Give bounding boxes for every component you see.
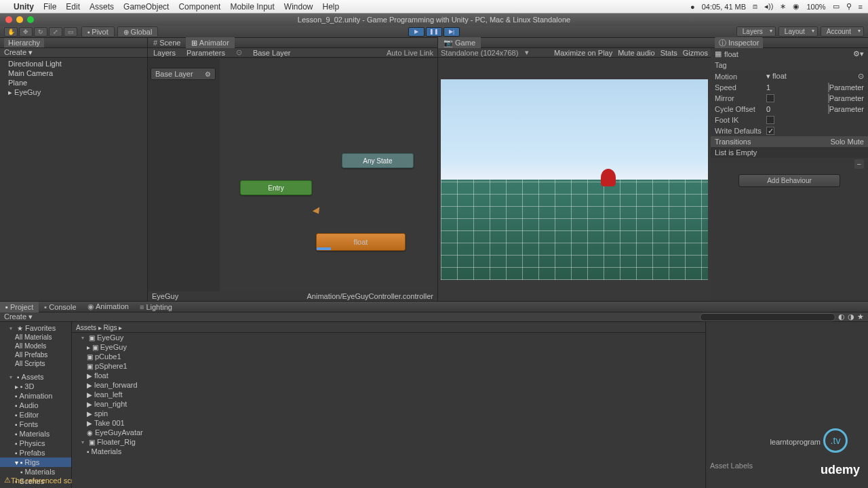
asset-item[interactable]: ▶ lean_forward (72, 380, 705, 390)
asset-item[interactable]: ▶ float (72, 371, 705, 380)
layers-dropdown[interactable]: Layers (736, 26, 776, 37)
global-toggle[interactable]: ⊕ Global (117, 26, 159, 37)
fav-item[interactable]: All Prefabs (0, 350, 71, 359)
menubar-volume-icon[interactable]: ◂)) (764, 2, 773, 11)
fav-item[interactable]: All Models (0, 342, 71, 350)
any-state-node[interactable]: Any State (342, 153, 414, 168)
filter-icon[interactable]: ◐ (838, 312, 845, 321)
scene-tab[interactable]: # Scene (148, 37, 186, 48)
lighting-tab[interactable]: ≡ Lighting (134, 302, 178, 312)
menubar-dropbox-icon[interactable]: ⧈ (753, 2, 757, 11)
stats-toggle[interactable]: Stats (660, 49, 677, 57)
menu-mobileinput[interactable]: Mobile Input (230, 2, 274, 12)
assets-folder[interactable]: ▾▪ Assets (0, 372, 71, 382)
folder-item[interactable]: ▪ Audio (0, 401, 71, 410)
gear-icon[interactable]: ⚙▾ (853, 49, 864, 58)
parameters-subtab[interactable]: Parameters (181, 48, 231, 58)
gear-icon[interactable]: ⚙ (205, 70, 211, 78)
folder-item[interactable]: ▪ Materials (0, 429, 71, 439)
asset-item[interactable]: ▶ lean_right (72, 399, 705, 409)
game-tab[interactable]: 📷 Game (438, 37, 481, 49)
menubar-wifi-icon[interactable]: ◉ (793, 2, 800, 11)
folder-item[interactable]: ▪ Materials (0, 467, 71, 476)
layout-dropdown[interactable]: Layout (778, 26, 818, 37)
folder-item[interactable]: ▪ Fonts (0, 420, 71, 429)
menu-app[interactable]: Unity (14, 2, 34, 12)
account-dropdown[interactable]: Account (821, 26, 864, 37)
filter-icon[interactable]: ◑ (848, 312, 854, 321)
fav-item[interactable]: All Scripts (0, 359, 71, 368)
hierarchy-create[interactable]: Create ▾ (4, 48, 33, 57)
base-layer-crumb[interactable]: Base Layer (248, 48, 296, 58)
asset-item[interactable]: ▶ Take 001 (72, 418, 705, 428)
asset-item[interactable]: ▸ ▣ EyeGuy (72, 342, 705, 352)
step-button[interactable]: ▶| (443, 27, 460, 37)
hierarchy-item[interactable]: Plane (0, 78, 147, 87)
console-tab[interactable]: ▪ Console (39, 302, 81, 312)
display-dropdown[interactable]: Standalone (1024x768) (441, 49, 518, 57)
cycle-field[interactable]: 0 (766, 105, 828, 113)
maximize-on-play[interactable]: Maximize on Play (554, 49, 612, 57)
folder-item[interactable]: ▪ Animation (0, 391, 71, 401)
float-state-node[interactable]: float (316, 233, 406, 251)
project-create[interactable]: Create ▾ (4, 312, 33, 321)
asset-item[interactable]: ▾▣ Floater_Rig (72, 437, 705, 447)
folder-item[interactable]: ▪ Physics (0, 439, 71, 448)
animation-tab[interactable]: ◉ Animation (82, 301, 134, 312)
save-icon[interactable]: ★ (857, 312, 864, 321)
play-button[interactable]: ▶ (408, 27, 425, 37)
menu-component[interactable]: Component (178, 2, 220, 12)
asset-item[interactable]: ▾▣ EyeGuy (72, 333, 705, 342)
project-tab[interactable]: ▪ Project (0, 302, 39, 312)
menubar-menu-icon[interactable]: ≡ (859, 3, 863, 11)
move-tool-button[interactable]: ✥ (19, 27, 33, 37)
breadcrumb[interactable]: Assets ▸ Rigs ▸ (72, 323, 705, 333)
footik-checkbox[interactable] (766, 116, 774, 124)
asset-item[interactable]: ◉ EyeGuyAvatar (72, 428, 705, 437)
inspector-tab[interactable]: ⓘ Inspector (715, 37, 763, 49)
folder-item[interactable]: ▪ Editor (0, 410, 71, 420)
asset-item[interactable]: ▣ pCube1 (72, 352, 705, 361)
pause-button[interactable]: ❚❚ (426, 27, 442, 37)
transition-arrow[interactable] (313, 207, 322, 216)
hierarchy-item[interactable]: ▸ EyeGuy (0, 87, 147, 98)
asset-item[interactable]: ▪ Materials (72, 447, 705, 456)
pivot-toggle[interactable]: ▪ Pivot (81, 26, 115, 37)
asset-item[interactable]: ▣ pSphere1 (72, 361, 705, 371)
speed-field[interactable]: 1 (766, 83, 828, 92)
traffic-lights[interactable] (5, 16, 34, 23)
menu-edit[interactable]: Edit (66, 2, 80, 12)
hierarchy-tab[interactable]: Hierarchy (4, 38, 44, 47)
auto-live-link[interactable]: Auto Live Link (382, 48, 437, 58)
mute-audio[interactable]: Mute audio (618, 49, 654, 57)
menu-file[interactable]: File (43, 2, 56, 12)
rect-tool-button[interactable]: ▭ (64, 27, 77, 37)
menu-assets[interactable]: Assets (90, 2, 114, 12)
layers-subtab[interactable]: Layers (148, 48, 181, 58)
motion-field[interactable]: ▾ float (766, 72, 858, 81)
project-search[interactable] (700, 313, 835, 321)
gizmos-toggle[interactable]: Gizmos (683, 49, 708, 57)
folder-item-selected[interactable]: ▾ ▪ Rigs (0, 458, 71, 467)
animator-graph[interactable]: Any State Entry float (220, 58, 437, 291)
mirror-checkbox[interactable] (766, 94, 774, 102)
state-name[interactable]: float (724, 50, 738, 58)
folder-item[interactable]: ▸ ▪ 3D (0, 382, 71, 391)
menu-window[interactable]: Window (284, 2, 313, 12)
animator-tab[interactable]: ⊞ Animator (186, 37, 234, 49)
hand-tool-button[interactable]: ✋ (4, 27, 18, 37)
scale-tool-button[interactable]: ⤢ (49, 27, 62, 37)
menu-help[interactable]: Help (323, 2, 340, 12)
menubar-search-icon[interactable]: ⚲ (846, 2, 852, 11)
entry-node[interactable]: Entry (240, 180, 312, 195)
menubar-bluetooth-icon[interactable]: ∗ (780, 2, 786, 11)
favorites-folder[interactable]: ▾★ Favorites (0, 323, 71, 333)
hierarchy-item[interactable]: Directional Light (0, 59, 147, 68)
asset-item[interactable]: ▶ lean_left (72, 390, 705, 399)
layer-chip[interactable]: Base Layer⚙ (151, 68, 216, 80)
asset-item[interactable]: ▶ spin (72, 409, 705, 418)
writedef-checkbox[interactable]: ✓ (766, 127, 774, 135)
fav-item[interactable]: All Materials (0, 333, 71, 342)
add-behaviour-button[interactable]: Add Behaviour (738, 174, 840, 187)
rotate-tool-button[interactable]: ↻ (34, 27, 47, 37)
